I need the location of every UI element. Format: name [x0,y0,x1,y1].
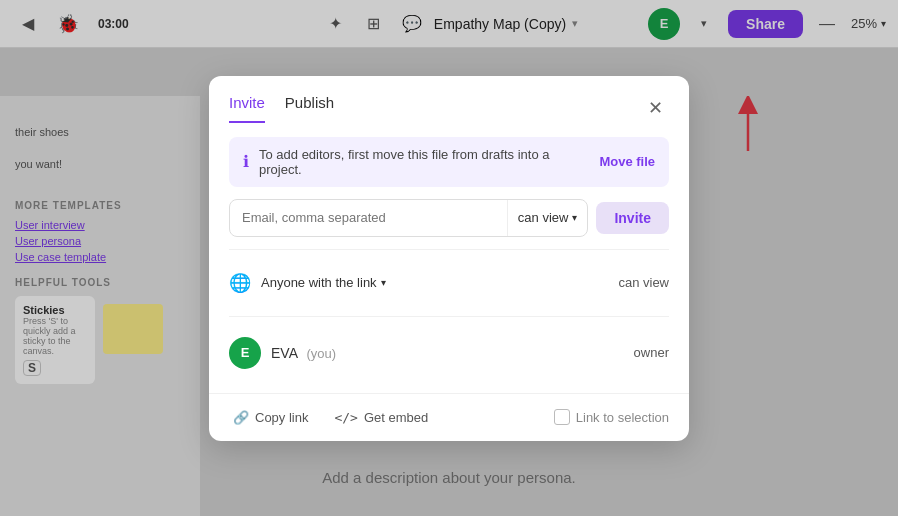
user-avatar: E [229,337,261,369]
info-banner-text: To add editors, first move this file fro… [259,147,589,177]
anyone-with-link-label: Anyone with the link [261,275,377,290]
divider-1 [229,249,669,250]
user-role-label: owner [634,345,669,360]
user-name: EVA (you) [271,344,336,362]
user-row: E EVA (you) owner [229,329,669,377]
invite-submit-label: Invite [614,210,651,226]
divider-2 [229,316,669,317]
share-modal: Invite Publish ✕ ℹ To add editors, first… [209,76,689,441]
info-banner: ℹ To add editors, first move this file f… [229,137,669,187]
invite-submit-button[interactable]: Invite [596,202,669,234]
copy-link-button[interactable]: 🔗 Copy link [229,406,312,429]
permission-chevron-icon: ▾ [572,212,577,223]
permission-label: can view [518,210,569,225]
modal-overlay: Invite Publish ✕ ℹ To add editors, first… [0,0,898,516]
email-input-wrapper: can view ▾ [229,199,588,237]
embed-icon: </> [334,410,357,425]
link-to-selection-label: Link to selection [576,410,669,425]
link-to-selection-checkbox[interactable] [554,409,570,425]
close-icon: ✕ [648,97,663,119]
get-embed-label: Get embed [364,410,428,425]
modal-footer: 🔗 Copy link </> Get embed Link to select… [209,393,689,441]
tab-invite[interactable]: Invite [229,94,265,123]
link-to-selection-wrapper: Link to selection [554,409,669,425]
get-embed-button[interactable]: </> Get embed [330,406,432,429]
copy-link-label: Copy link [255,410,308,425]
user-you-label: (you) [306,346,336,361]
link-permission-label: can view [618,275,669,290]
globe-icon: 🌐 [229,272,251,294]
email-input[interactable] [230,202,507,233]
link-chevron-icon: ▾ [381,277,386,288]
permission-dropdown[interactable]: can view ▾ [507,200,588,236]
link-left: 🌐 Anyone with the link ▾ [229,272,386,294]
close-button[interactable]: ✕ [641,94,669,122]
link-row: 🌐 Anyone with the link ▾ can view [229,262,669,304]
modal-header: Invite Publish ✕ [209,76,689,123]
anyone-with-link-dropdown[interactable]: Anyone with the link ▾ [261,275,386,290]
invite-row: can view ▾ Invite [229,199,669,237]
tab-publish[interactable]: Publish [285,94,334,123]
info-icon: ℹ [243,152,249,171]
user-left: E EVA (you) [229,337,336,369]
copy-link-icon: 🔗 [233,410,249,425]
modal-body: ℹ To add editors, first move this file f… [209,123,689,393]
user-avatar-label: E [241,345,250,360]
move-file-link[interactable]: Move file [599,154,655,169]
